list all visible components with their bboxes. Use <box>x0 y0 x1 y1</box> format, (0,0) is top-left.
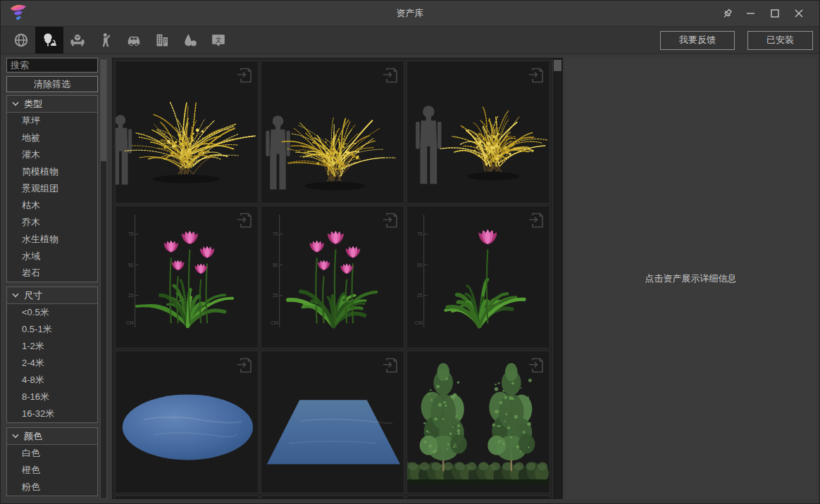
svg-text:CM: CM <box>415 320 423 325</box>
filter-items: 草坪地被灌木简模植物景观组团枯木乔木水生植物水域岩石 <box>7 113 97 282</box>
svg-text:50: 50 <box>417 263 423 267</box>
import-icon[interactable] <box>528 356 545 377</box>
svg-text:CM: CM <box>126 320 134 325</box>
filter-item[interactable]: 2-4米 <box>7 355 97 372</box>
asset-tile[interactable] <box>115 61 259 203</box>
asset-tile[interactable] <box>406 351 550 493</box>
filter-section-header[interactable]: 类型 <box>7 96 97 113</box>
asset-tile[interactable]: 755025CM <box>406 206 550 348</box>
svg-text:50: 50 <box>273 263 278 267</box>
import-icon[interactable] <box>382 356 399 377</box>
asset-tile[interactable] <box>261 496 404 498</box>
filter-items: <0.5米0.5-1米1-2米2-4米4-8米8-16米16-32米 <box>7 304 97 422</box>
close-button[interactable] <box>787 4 811 23</box>
import-icon[interactable] <box>236 66 253 87</box>
asset-tile[interactable] <box>115 351 259 493</box>
tab-category-decals[interactable]: 文 <box>204 27 232 53</box>
asset-tile[interactable] <box>406 496 550 498</box>
tab-category-people[interactable] <box>92 27 120 53</box>
asset-tile[interactable] <box>261 351 404 493</box>
import-icon[interactable] <box>382 211 399 232</box>
filter-item[interactable]: 橙色 <box>7 462 97 479</box>
filter-section-2: 尺寸<0.5米0.5-1米1-2米2-4米4-8米8-16米16-32米 <box>6 286 98 423</box>
tab-category-vegetation[interactable] <box>35 27 63 53</box>
filter-section-label: 颜色 <box>24 430 42 443</box>
filter-section-1: 类型草坪地被灌木简模植物景观组团枯木乔木水生植物水域岩石 <box>6 95 98 282</box>
filter-item[interactable]: 灌木 <box>7 146 97 163</box>
asset-grid: 755025CM755025CM755025CM <box>113 58 552 498</box>
buildings-icon <box>154 32 170 49</box>
vehicles-icon <box>125 32 142 49</box>
search-input[interactable] <box>6 58 98 73</box>
filter-item[interactable]: 粉色 <box>7 479 97 496</box>
tab-category-vehicles[interactable] <box>120 27 148 53</box>
filter-section-header[interactable]: 颜色 <box>7 428 97 445</box>
filter-item[interactable]: 16-32米 <box>7 405 97 422</box>
filter-item[interactable]: 水域 <box>7 248 97 265</box>
detail-panel: 点击资产展示详细信息 <box>565 58 816 499</box>
filter-item[interactable]: 枯木 <box>7 197 97 214</box>
filter-item[interactable]: 白色 <box>7 445 97 462</box>
svg-text:CM: CM <box>271 320 278 325</box>
filter-sidebar: 清除筛选 类型草坪地被灌木简模植物景观组团枯木乔木水生植物水域岩石尺寸<0.5米… <box>6 58 98 499</box>
window-controls <box>715 4 819 23</box>
filter-section-label: 类型 <box>24 98 42 111</box>
filter-item[interactable]: 水生植物 <box>7 231 97 248</box>
filter-section-label: 尺寸 <box>24 289 42 302</box>
grid-scrollbar[interactable] <box>552 58 562 498</box>
import-icon[interactable] <box>528 211 545 232</box>
people-icon <box>97 32 114 49</box>
filter-item[interactable]: 乔木 <box>7 214 97 231</box>
svg-text:文: 文 <box>215 36 222 44</box>
feedback-button[interactable]: 我要反馈 <box>660 31 735 50</box>
import-icon[interactable] <box>236 211 253 232</box>
filter-item[interactable]: 景观组团 <box>7 180 97 197</box>
filter-item[interactable]: 岩石 <box>7 265 97 282</box>
filter-item[interactable]: 地被 <box>7 130 97 146</box>
chevron-down-icon <box>12 101 19 106</box>
filter-item[interactable]: 简模植物 <box>7 163 97 180</box>
filter-item[interactable]: 4-8米 <box>7 372 97 389</box>
import-icon[interactable] <box>236 356 253 377</box>
tab-category-furniture[interactable] <box>63 27 92 53</box>
svg-text:75: 75 <box>273 232 278 237</box>
minimize-button[interactable] <box>739 4 763 23</box>
asset-tile[interactable] <box>115 496 259 498</box>
filter-item[interactable]: 1-2米 <box>7 338 97 355</box>
filter-item[interactable]: 0.5-1米 <box>7 321 97 338</box>
tab-category-materials[interactable] <box>176 27 204 53</box>
filter-item[interactable]: <0.5米 <box>7 304 97 321</box>
asset-tile[interactable]: 755025CM <box>115 206 259 348</box>
app-logo-icon <box>7 3 30 24</box>
filter-items: 白色橙色粉色 <box>7 445 97 496</box>
pin-icon[interactable] <box>715 4 739 23</box>
maximize-button[interactable] <box>763 4 787 23</box>
tab-category-buildings[interactable] <box>148 27 176 53</box>
svg-text:50: 50 <box>128 263 134 267</box>
tab-category-globe[interactable] <box>7 27 35 53</box>
furniture-icon <box>69 32 86 49</box>
grid-scrollbar-thumb[interactable] <box>554 60 561 71</box>
sidebar-scrollbar-thumb[interactable] <box>101 59 106 161</box>
asset-grid-panel: 755025CM755025CM755025CM <box>112 58 563 499</box>
clear-filter-button[interactable]: 清除筛选 <box>6 76 98 92</box>
filter-item[interactable]: 8-16米 <box>7 389 97 405</box>
installed-button[interactable]: 已安装 <box>747 31 813 50</box>
asset-tile[interactable]: 755025CM <box>261 206 404 348</box>
sidebar-scrollbar[interactable] <box>100 58 107 499</box>
content-area: 清除筛选 类型草坪地被灌木简模植物景观组团枯木乔木水生植物水域岩石尺寸<0.5米… <box>1 54 819 503</box>
asset-tile[interactable] <box>406 61 550 203</box>
import-icon[interactable] <box>528 66 545 87</box>
decals-icon: 文 <box>210 32 227 49</box>
category-tabs: 文 <box>7 27 232 53</box>
filter-sections: 类型草坪地被灌木简模植物景观组团枯木乔木水生植物水域岩石尺寸<0.5米0.5-1… <box>6 95 98 499</box>
category-toolbar: 文 我要反馈 已安装 <box>1 26 819 54</box>
chevron-down-icon <box>12 293 19 298</box>
vegetation-icon <box>41 32 58 49</box>
svg-text:25: 25 <box>273 293 278 298</box>
asset-tile[interactable] <box>261 61 404 203</box>
filter-item[interactable]: 草坪 <box>7 113 97 130</box>
svg-text:25: 25 <box>417 293 423 298</box>
filter-section-header[interactable]: 尺寸 <box>7 287 97 304</box>
import-icon[interactable] <box>382 66 399 87</box>
